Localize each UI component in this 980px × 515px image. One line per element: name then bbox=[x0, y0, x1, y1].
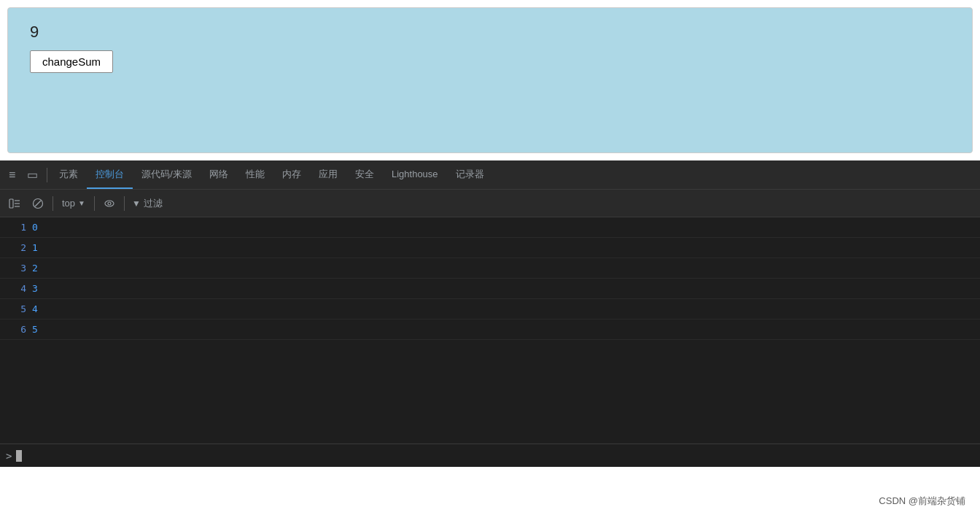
svg-point-6 bbox=[105, 201, 114, 206]
tab-application[interactable]: 应用 bbox=[310, 160, 346, 189]
console-value: 0 bbox=[32, 222, 38, 233]
devtools-tabs-bar: ≡ ▭ 元素 控制台 源代码/来源 网络 性能 内存 应用 安全 Lightho… bbox=[0, 160, 980, 190]
console-value: 3 bbox=[32, 283, 38, 294]
console-output: 102132435465 bbox=[0, 217, 980, 444]
toolbar-separator-3 bbox=[124, 196, 125, 211]
tab-sources[interactable]: 源代码/来源 bbox=[133, 160, 201, 189]
tab-console[interactable]: 控制台 bbox=[87, 160, 133, 189]
device-toolbar-icon[interactable]: ▭ bbox=[21, 168, 44, 182]
tab-lighthouse[interactable]: Lighthouse bbox=[383, 160, 447, 189]
line-number: 2 bbox=[12, 242, 26, 253]
inspect-icon[interactable]: ≡ bbox=[3, 169, 21, 182]
console-row: 54 bbox=[0, 299, 980, 320]
console-value: 1 bbox=[32, 242, 38, 253]
chevron-down-icon: ▼ bbox=[78, 199, 85, 207]
devtools-toolbar: top ▼ ▼ 过滤 bbox=[0, 190, 980, 217]
tab-elements[interactable]: 元素 bbox=[50, 160, 87, 189]
change-sum-button[interactable]: changeSum bbox=[30, 50, 113, 73]
filter-label: 过滤 bbox=[144, 197, 163, 210]
console-row: 21 bbox=[0, 238, 980, 258]
console-cursor bbox=[16, 450, 22, 462]
console-row: 43 bbox=[0, 279, 980, 299]
context-selector[interactable]: top ▼ bbox=[58, 195, 90, 212]
console-row: 32 bbox=[0, 258, 980, 279]
line-number: 3 bbox=[12, 263, 26, 274]
svg-point-7 bbox=[108, 202, 111, 205]
console-row: 10 bbox=[0, 217, 980, 238]
eye-icon-button[interactable] bbox=[99, 195, 120, 212]
devtools-panel: ≡ ▭ 元素 控制台 源代码/来源 网络 性能 内存 应用 安全 Lightho… bbox=[0, 160, 980, 467]
tab-network[interactable]: 网络 bbox=[201, 160, 237, 189]
console-value: 2 bbox=[32, 263, 38, 274]
preview-number: 9 bbox=[30, 23, 950, 42]
filter-icon: ▼ bbox=[132, 198, 141, 209]
line-number: 6 bbox=[12, 324, 26, 335]
tab-security[interactable]: 安全 bbox=[346, 160, 383, 189]
console-value: 5 bbox=[32, 324, 38, 335]
filter-area: ▼ 过滤 bbox=[132, 197, 163, 210]
watermark: CSDN @前端杂货铺 bbox=[879, 495, 965, 508]
preview-area: 9 changeSum bbox=[7, 7, 973, 153]
console-row: 65 bbox=[0, 320, 980, 340]
console-input-row: > bbox=[0, 444, 980, 467]
svg-line-5 bbox=[35, 201, 41, 206]
tab-performance[interactable]: 性能 bbox=[237, 160, 273, 189]
console-prompt: > bbox=[6, 450, 12, 462]
tab-recorder[interactable]: 记录器 bbox=[447, 160, 493, 189]
clear-console-button[interactable] bbox=[28, 195, 48, 212]
line-number: 4 bbox=[12, 283, 26, 294]
tab-separator-1 bbox=[47, 168, 47, 182]
toolbar-separator-2 bbox=[94, 196, 95, 211]
tab-memory[interactable]: 内存 bbox=[273, 160, 310, 189]
line-number: 1 bbox=[12, 222, 26, 233]
sidebar-toggle-button[interactable] bbox=[4, 195, 25, 212]
console-value: 4 bbox=[32, 303, 38, 314]
line-number: 5 bbox=[12, 303, 26, 314]
toolbar-separator-1 bbox=[52, 196, 53, 211]
svg-rect-0 bbox=[9, 199, 13, 208]
